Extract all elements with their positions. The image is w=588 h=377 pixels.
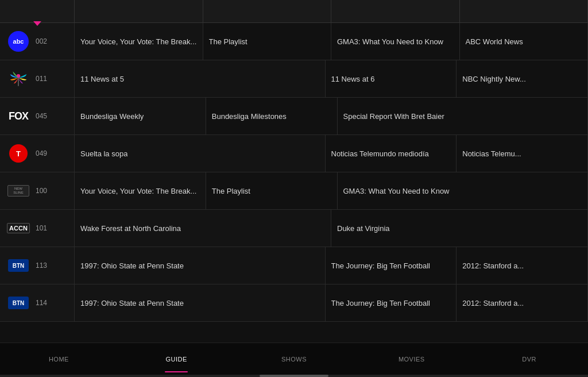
home-indicator-bar bbox=[0, 375, 588, 377]
svg-point-0 bbox=[17, 74, 20, 78]
program-cell-telemundo-3[interactable]: Noticias Telemu... bbox=[457, 135, 588, 172]
program-cell-accn-0[interactable]: Wake Forest at North Carolina bbox=[75, 210, 331, 247]
channel-info-telemundo[interactable]: T 049 bbox=[0, 135, 75, 172]
program-cell-telemundo-2[interactable]: Noticias Telemundo mediodía bbox=[326, 135, 457, 172]
time-indicator bbox=[33, 21, 41, 26]
time-slot-1 bbox=[203, 0, 332, 22]
programs-nbc: 11 News at 511 News at 6NBC Nightly New.… bbox=[75, 60, 588, 97]
programs-btn1: 1997: Ohio State at Penn StateThe Journe… bbox=[75, 247, 588, 284]
programs-accn: Wake Forest at North CarolinaDuke at Vir… bbox=[75, 210, 588, 247]
channel-logo-telemundo: T bbox=[6, 146, 31, 161]
channel-number-btn2: 114 bbox=[36, 299, 47, 307]
time-slot-0 bbox=[75, 0, 203, 22]
channel-info-btn1[interactable]: BTN113 bbox=[0, 247, 75, 284]
channel-number-abc: 002 bbox=[36, 37, 47, 45]
programs-telemundo: Suelta la sopaNoticias Telemundo mediodí… bbox=[75, 135, 588, 172]
program-cell-newsline-0[interactable]: Your Voice, Your Vote: The Break... bbox=[75, 172, 206, 209]
program-cell-abc-2[interactable]: GMA3: What You Need to Know bbox=[331, 23, 460, 60]
programs-btn2: 1997: Ohio State at Penn StateThe Journe… bbox=[75, 284, 588, 321]
guide-row: 01111 News at 511 News at 6NBC Nightly N… bbox=[0, 60, 588, 98]
nav-label-home: HOME bbox=[49, 356, 69, 363]
program-cell-btn1-2[interactable]: The Journey: Big Ten Football bbox=[326, 247, 457, 284]
nav-label-dvr: DVR bbox=[522, 356, 536, 363]
nav-item-guide[interactable]: GUIDE bbox=[118, 343, 235, 375]
channel-logo-accn: ACCN bbox=[6, 221, 31, 236]
channel-number-btn1: 113 bbox=[36, 261, 47, 270]
program-cell-telemundo-0[interactable]: Suelta la sopa bbox=[75, 135, 326, 172]
program-cell-abc-1[interactable]: The Playlist bbox=[203, 23, 332, 60]
channel-info-nbc[interactable]: 011 bbox=[0, 60, 75, 97]
programs-newsline: Your Voice, Your Vote: The Break...The P… bbox=[75, 172, 588, 209]
bottom-nav: HOMEGUIDESHOWSMOVIESDVR bbox=[0, 343, 588, 375]
channel-info-abc[interactable]: abc002 bbox=[0, 23, 75, 60]
program-cell-btn1-0[interactable]: 1997: Ohio State at Penn State bbox=[75, 247, 326, 284]
channel-logo-newsline: NEWSLINE bbox=[6, 183, 31, 198]
program-cell-abc-0[interactable]: Your Voice, Your Vote: The Break... bbox=[75, 23, 203, 60]
program-cell-btn2-3[interactable]: 2012: Stanford a... bbox=[457, 284, 588, 321]
guide-row: T 049Suelta la sopaNoticias Telemundo me… bbox=[0, 135, 588, 172]
nav-label-movies: MOVIES bbox=[399, 356, 425, 363]
channel-info-newsline[interactable]: NEWSLINE100 bbox=[0, 172, 75, 209]
program-cell-newsline-2[interactable]: GMA3: What You Need to Know bbox=[338, 172, 589, 209]
channel-logo-fox: FOX bbox=[6, 109, 31, 124]
channel-info-accn[interactable]: ACCN101 bbox=[0, 210, 75, 247]
channel-info-fox[interactable]: FOX045 bbox=[0, 98, 75, 134]
channel-number-telemundo: 049 bbox=[36, 149, 47, 157]
program-cell-nbc-2[interactable]: 11 News at 6 bbox=[326, 60, 457, 97]
nav-item-shows[interactable]: SHOWS bbox=[235, 343, 353, 375]
program-cell-nbc-0[interactable]: 11 News at 5 bbox=[75, 60, 326, 97]
program-cell-fox-1[interactable]: Bundesliga Milestones bbox=[206, 98, 338, 134]
program-cell-newsline-1[interactable]: The Playlist bbox=[206, 172, 338, 209]
time-slot-3 bbox=[460, 0, 589, 22]
program-cell-nbc-3[interactable]: NBC Nightly New... bbox=[457, 60, 588, 97]
program-cell-abc-3[interactable]: ABC World News bbox=[460, 23, 589, 60]
guide-row: BTN1141997: Ohio State at Penn StateThe … bbox=[0, 284, 588, 322]
guide-grid: abc002Your Voice, Your Vote: The Break..… bbox=[0, 23, 588, 343]
home-indicator-pill bbox=[260, 375, 328, 377]
timeline-slots bbox=[75, 0, 588, 22]
guide-row: FOX045Bundesliga WeeklyBundesliga Milest… bbox=[0, 98, 588, 135]
guide-row: BTN1131997: Ohio State at Penn StateThe … bbox=[0, 247, 588, 284]
guide-row: abc002Your Voice, Your Vote: The Break..… bbox=[0, 23, 588, 60]
programs-fox: Bundesliga WeeklyBundesliga MilestonesSp… bbox=[75, 98, 588, 134]
guide-row: ACCN101Wake Forest at North CarolinaDuke… bbox=[0, 210, 588, 247]
nav-item-dvr[interactable]: DVR bbox=[470, 343, 588, 375]
nav-item-home[interactable]: HOME bbox=[0, 343, 118, 375]
channel-number-accn: 101 bbox=[36, 224, 47, 232]
program-cell-btn1-3[interactable]: 2012: Stanford a... bbox=[457, 247, 588, 284]
channel-logo-nbc bbox=[6, 71, 31, 86]
time-slot-2 bbox=[331, 0, 460, 22]
channel-number-nbc: 011 bbox=[36, 75, 47, 83]
channel-info-btn2[interactable]: BTN114 bbox=[0, 284, 75, 321]
channel-logo-btn2: BTN bbox=[6, 295, 31, 310]
channel-logo-btn1: BTN bbox=[6, 258, 31, 273]
channel-spacer bbox=[0, 0, 75, 22]
channel-number-fox: 045 bbox=[36, 112, 47, 120]
program-cell-fox-2[interactable]: Special Report With Bret Baier bbox=[338, 98, 589, 134]
program-cell-accn-2[interactable]: Duke at Virginia bbox=[331, 210, 588, 247]
guide-row: NEWSLINE100Your Voice, Your Vote: The Br… bbox=[0, 172, 588, 210]
program-cell-fox-0[interactable]: Bundesliga Weekly bbox=[75, 98, 206, 134]
nav-item-movies[interactable]: MOVIES bbox=[353, 343, 470, 375]
program-cell-btn2-0[interactable]: 1997: Ohio State at Penn State bbox=[75, 284, 326, 321]
nav-label-guide: GUIDE bbox=[166, 356, 187, 363]
channel-number-newsline: 100 bbox=[36, 187, 47, 195]
programs-abc: Your Voice, Your Vote: The Break...The P… bbox=[75, 23, 588, 60]
channel-logo-abc: abc bbox=[6, 34, 31, 49]
svg-text:T: T bbox=[16, 149, 21, 158]
program-cell-btn2-2[interactable]: The Journey: Big Ten Football bbox=[326, 284, 457, 321]
timeline-header bbox=[0, 0, 588, 23]
nav-label-shows: SHOWS bbox=[281, 356, 307, 363]
